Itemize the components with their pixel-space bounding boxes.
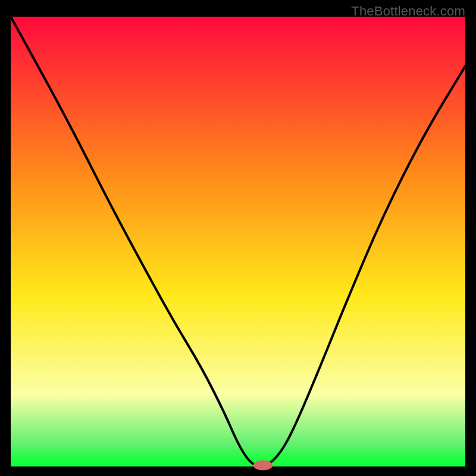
optimum-marker: [253, 461, 273, 470]
bottleneck-curve-chart: [0, 0, 476, 476]
chart-container: TheBottleneck.com: [0, 0, 476, 476]
watermark-text: TheBottleneck.com: [351, 4, 465, 19]
plot-background-gradient: [11, 17, 465, 466]
